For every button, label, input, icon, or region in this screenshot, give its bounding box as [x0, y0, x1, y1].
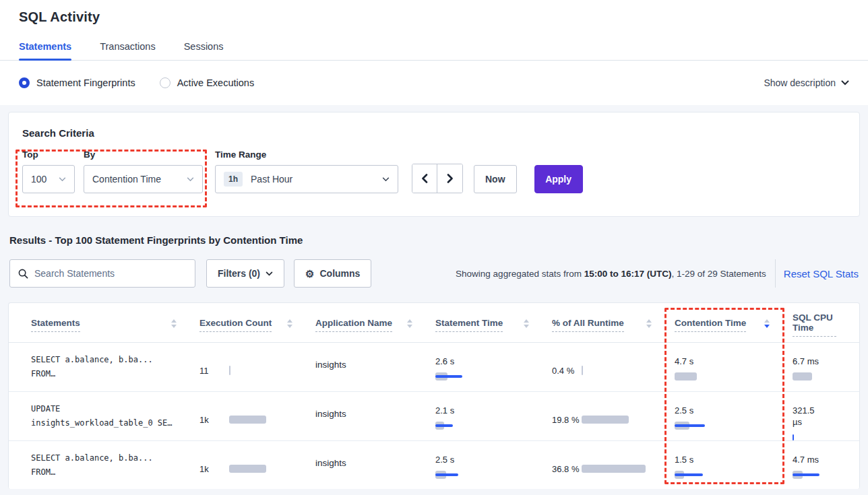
sql-cpu-time-cell: 6.7 ms — [793, 343, 859, 391]
radio-selected-icon — [19, 77, 30, 88]
sort-desc-icon — [764, 319, 770, 328]
execution-count-cell: 1k — [199, 441, 315, 489]
top-field: Top 100 — [22, 150, 84, 193]
search-criteria-heading: Search Criteria — [22, 127, 846, 139]
time-range-label: Time Range — [215, 150, 412, 160]
column-header-execution-count[interactable]: Execution Count — [199, 303, 315, 342]
pct-all-runtime-cell: 0.4 % — [552, 343, 675, 391]
statement-time-bar — [435, 470, 534, 489]
execution-count-cell: 11 — [199, 343, 315, 391]
table-row[interactable]: SELECT a.balance, b.ba...FROM… 11 insigh… — [9, 343, 859, 392]
application-name-cell: insights — [315, 441, 435, 489]
page-header: SQL Activity Statements Transactions Ses… — [0, 0, 868, 61]
table-header-row: Statements Execution Count Application N… — [9, 303, 859, 343]
chevron-down-icon — [187, 177, 194, 182]
statement-cell: SELECT a.balance, b.ba...FROM… — [31, 441, 199, 489]
column-header-statements[interactable]: Statements — [31, 303, 199, 342]
statement-time-cell: 2.1 s — [435, 392, 552, 440]
chevron-down-icon — [841, 80, 849, 86]
statement-time-cell: 2.5 s — [435, 441, 552, 489]
columns-button[interactable]: ⚙ Columns — [294, 259, 371, 288]
statement-time-bar — [435, 421, 534, 440]
next-time-button[interactable] — [437, 164, 462, 193]
apply-button[interactable]: Apply — [534, 165, 583, 193]
time-range-badge: 1h — [224, 172, 243, 187]
results-heading: Results - Top 100 Statement Fingerprints… — [9, 234, 859, 246]
sql-cpu-time-bar — [793, 432, 842, 440]
view-mode-bar: Statement Fingerprints Active Executions… — [0, 61, 868, 105]
results-toolbar: Filters (0) ⚙ Columns Showing aggregated… — [9, 259, 860, 288]
pct-all-runtime-bar — [582, 366, 657, 375]
sort-icon — [646, 319, 652, 328]
search-criteria-card: Search Criteria Top 100 By Contention Ti… — [8, 112, 860, 217]
application-name-cell: insights — [315, 392, 435, 440]
gear-icon: ⚙ — [305, 269, 314, 279]
tab-sessions[interactable]: Sessions — [184, 41, 224, 60]
contention-time-cell: 2.5 s — [675, 392, 793, 440]
by-label: By — [84, 150, 203, 160]
top-select[interactable]: 100 — [22, 165, 75, 193]
statement-cell: SELECT a.balance, b.ba...FROM… — [31, 343, 199, 391]
time-range-select[interactable]: 1h Past Hour — [215, 165, 398, 193]
statement-link[interactable]: UPDATEinsights_workload_table_0 SE… — [31, 402, 182, 430]
show-description-toggle[interactable]: Show description — [764, 77, 849, 88]
column-header-application-name[interactable]: Application Name — [315, 303, 435, 342]
by-select[interactable]: Contention Time — [84, 165, 203, 193]
table-row[interactable]: UPDATEinsights_workload_table_0 SE… 1k i… — [9, 392, 859, 441]
sql-cpu-time-bar — [793, 372, 842, 391]
column-header-sql-cpu-time[interactable]: SQL CPU Time — [793, 303, 859, 342]
execution-count-bar — [229, 415, 298, 424]
now-button[interactable]: Now — [474, 165, 517, 193]
search-statements-box[interactable] — [9, 259, 195, 288]
time-range-field: Time Range 1h Past Hour — [215, 150, 412, 193]
chevron-right-icon — [447, 174, 454, 183]
pct-all-runtime-bar — [582, 415, 657, 424]
chevron-down-icon — [59, 177, 66, 182]
execution-count-bar — [229, 366, 298, 375]
statement-link[interactable]: SELECT a.balance, b.ba...FROM… — [31, 353, 182, 381]
pct-all-runtime-cell: 19.8 % — [552, 392, 675, 440]
application-name-cell: insights — [315, 343, 435, 391]
prev-time-button[interactable] — [412, 164, 437, 193]
reset-sql-stats-link[interactable]: Reset SQL Stats — [784, 268, 860, 279]
sql-cpu-time-bar — [793, 470, 842, 489]
radio-unselected-icon — [160, 77, 170, 88]
search-statements-input[interactable] — [34, 268, 187, 279]
page-title: SQL Activity — [19, 9, 849, 25]
contention-time-bar — [675, 470, 775, 489]
sort-icon — [407, 319, 412, 328]
execution-count-bar — [229, 464, 298, 473]
table-row[interactable]: SELECT a.balance, b.ba...FROM… 1k insigh… — [9, 441, 859, 489]
column-header-pct-all-runtime[interactable]: % of All Runtime — [552, 303, 675, 342]
statements-table-card: Statements Execution Count Application N… — [8, 302, 860, 489]
sql-cpu-time-cell: 321.5 µs — [793, 392, 859, 440]
top-label: Top — [22, 150, 84, 160]
chevron-down-icon — [266, 271, 273, 276]
sort-icon — [171, 319, 177, 328]
by-field: By Contention Time — [84, 150, 203, 193]
filters-button[interactable]: Filters (0) — [206, 259, 284, 288]
search-icon — [18, 269, 28, 279]
pct-all-runtime-cell: 36.8 % — [552, 441, 675, 489]
showing-stats-text: Showing aggregated stats from 15:00 to 1… — [456, 269, 766, 279]
contention-time-bar — [675, 421, 775, 440]
sort-icon — [524, 319, 529, 328]
column-header-contention-time[interactable]: Contention Time — [675, 303, 793, 342]
chevron-down-icon — [382, 177, 390, 182]
statement-time-bar — [435, 372, 534, 391]
chevron-left-icon — [421, 174, 428, 183]
tab-statements[interactable]: Statements — [19, 41, 71, 60]
statement-link[interactable]: SELECT a.balance, b.ba...FROM… — [31, 451, 182, 480]
pct-all-runtime-bar — [582, 464, 657, 473]
radio-statement-fingerprints[interactable]: Statement Fingerprints — [19, 77, 135, 88]
contention-time-cell: 1.5 s — [675, 441, 793, 489]
statement-time-cell: 2.6 s — [435, 343, 552, 391]
tab-transactions[interactable]: Transactions — [100, 41, 155, 60]
contention-time-cell: 4.7 s — [675, 343, 793, 391]
sql-cpu-time-cell: 4.7 ms — [793, 441, 859, 489]
radio-active-executions[interactable]: Active Executions — [160, 77, 254, 88]
column-header-statement-time[interactable]: Statement Time — [435, 303, 552, 342]
sort-icon — [287, 319, 292, 328]
toolbar-divider — [775, 259, 776, 288]
sql-activity-page: SQL Activity Statements Transactions Ses… — [0, 0, 868, 495]
